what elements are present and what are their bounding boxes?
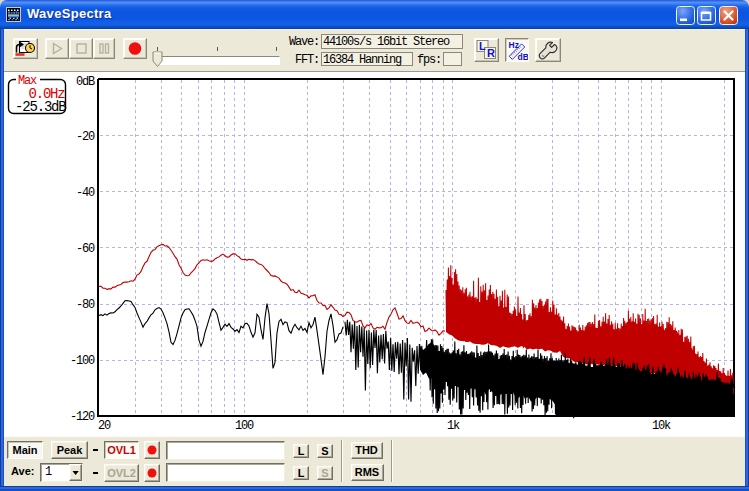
svg-text:1k: 1k [447,419,460,433]
svg-text:-25.3dB: -25.3dB [15,99,66,115]
svg-text:10k: 10k [652,419,671,433]
svg-text:20: 20 [98,419,111,433]
svg-text:R: R [487,47,495,59]
svg-text:-80: -80 [76,298,95,312]
svg-text:-60: -60 [76,242,95,256]
svg-text:-20: -20 [76,130,95,144]
svg-text:-100: -100 [70,354,95,368]
svg-text:0dB: 0dB [76,75,95,89]
svg-text:100: 100 [235,419,254,433]
svg-text:L: L [479,40,486,52]
svg-text:Hz: Hz [509,40,519,50]
svg-text:-120: -120 [70,410,95,424]
svg-text:dB: dB [518,52,529,61]
svg-text:-40: -40 [76,186,95,200]
